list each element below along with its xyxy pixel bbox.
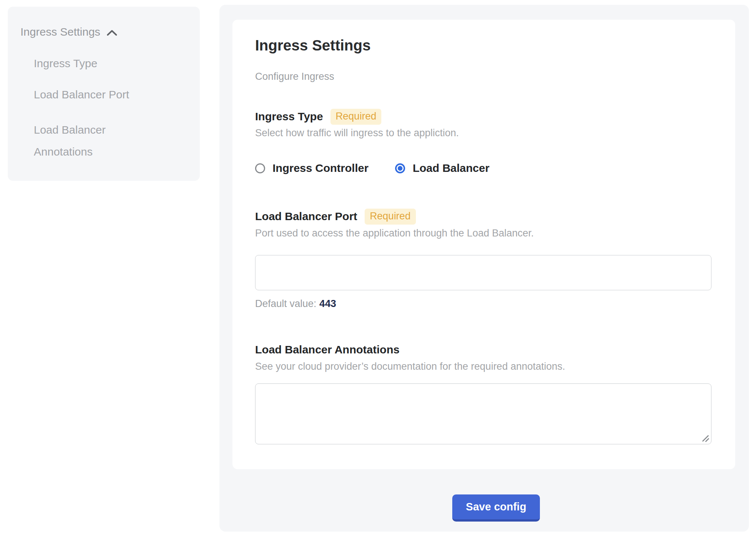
radio-option-load-balancer[interactable]: Load Balancer xyxy=(395,162,489,174)
sidebar-section-title: Ingress Settings xyxy=(20,25,100,39)
radio-label-load-balancer: Load Balancer xyxy=(413,162,489,174)
annotations-textarea-wrap xyxy=(255,383,711,444)
settings-outline-sidebar: Ingress Settings Ingress Type Load Balan… xyxy=(8,7,200,181)
settings-panel: Ingress Settings Configure Ingress Ingre… xyxy=(219,5,749,532)
load-balancer-annotations-heading-row: Load Balancer Annotations xyxy=(255,342,712,357)
load-balancer-port-input[interactable] xyxy=(255,255,711,290)
default-value-row: Default value:443 xyxy=(255,297,712,310)
radio-selected-icon xyxy=(395,163,405,173)
page-subtitle: Configure Ingress xyxy=(255,71,712,82)
radio-unselected-icon xyxy=(255,163,265,173)
sidebar-section-toggle[interactable]: Ingress Settings xyxy=(20,25,189,39)
load-balancer-port-description: Port used to access the application thro… xyxy=(255,226,712,240)
resize-handle-icon[interactable] xyxy=(701,434,710,443)
ingress-type-radio-group: Ingress Controller Load Balancer xyxy=(255,162,712,174)
radio-label-ingress-controller: Ingress Controller xyxy=(273,162,368,174)
sidebar-item-ingress-type[interactable]: Ingress Type xyxy=(34,56,156,70)
ingress-settings-card: Ingress Settings Configure Ingress Ingre… xyxy=(232,20,735,469)
ingress-type-heading-row: Ingress Type Required xyxy=(255,109,712,124)
load-balancer-annotations-heading: Load Balancer Annotations xyxy=(255,343,400,356)
save-config-button[interactable]: Save config xyxy=(452,494,540,522)
sidebar-item-load-balancer-annotations[interactable]: Load Balancer Annotations xyxy=(34,119,156,163)
ingress-type-heading: Ingress Type xyxy=(255,110,323,123)
default-value: 443 xyxy=(319,298,336,309)
load-balancer-port-heading-row: Load Balancer Port Required xyxy=(255,209,712,224)
default-value-label: Default value: xyxy=(255,298,316,309)
chevron-up-icon xyxy=(106,29,118,36)
required-badge: Required xyxy=(365,209,416,225)
radio-option-ingress-controller[interactable]: Ingress Controller xyxy=(255,162,368,174)
load-balancer-annotations-description: See your cloud provider’s documentation … xyxy=(255,360,712,373)
ingress-type-description: Select how traffic will ingress to the a… xyxy=(255,126,712,140)
load-balancer-port-heading: Load Balancer Port xyxy=(255,210,357,223)
sidebar-item-load-balancer-port[interactable]: Load Balancer Port xyxy=(34,88,156,101)
page-title: Ingress Settings xyxy=(255,36,712,54)
sidebar-nav: Ingress Type Load Balancer Port Load Bal… xyxy=(34,56,189,163)
required-badge: Required xyxy=(330,109,382,125)
load-balancer-annotations-textarea[interactable] xyxy=(255,383,711,444)
